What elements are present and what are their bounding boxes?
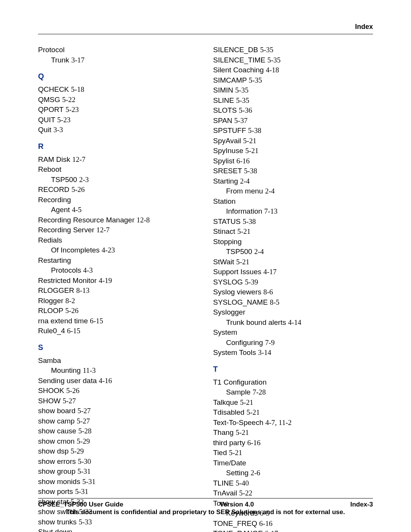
index-entry: Reboot [38,165,198,175]
index-pageref: 5-28 [78,427,92,435]
index-pageref: 6-16 [247,439,261,447]
index-pageref: 4-7, 11-2 [265,419,292,427]
index-term: StWait [213,258,236,266]
index-subentry: Of Incompletes 4-23 [38,245,198,256]
index-entry: Text-To-Speech 4-7, 11-2 [213,418,373,428]
index-term: Information [226,207,264,215]
index-pageref: 4-18 [266,66,279,74]
index-subentry: Setting 2-6 [213,468,373,478]
index-pageref: 5-38 [244,167,257,175]
footer-left: CPSEE_TSP500 User Guide [38,501,123,508]
index-pageref: 5-35 [268,56,281,64]
index-term: show trunks [38,518,79,526]
index-pageref: 6-16 [236,157,250,165]
index-pageref: 8-5 [270,298,279,306]
index-term: Sending user data [38,377,99,385]
footer-note: This document is confidential and propri… [38,508,373,516]
index-term: Protocols [51,266,83,274]
header-section-label: Index [38,23,373,31]
index-pageref: 7-28 [253,388,266,396]
left-column: ProtocolTrunk 3-17QQCHECK 5-18QMSG 5-22Q… [38,45,198,532]
index-entry: QMSG 5-22 [38,95,198,105]
index-term: Restricted Monitor [38,276,99,284]
index-entry: show cmon 5-29 [38,436,198,447]
index-term: Setting [226,469,250,477]
index-entry: show dsp 5-29 [38,446,198,457]
index-term: Recording Resource Manager [38,216,137,224]
index-pageref: 5-35 [249,76,262,84]
index-pageref: 5-35 [235,86,249,94]
index-pageref: 5-21 [237,227,250,235]
index-entry: SPSTUFF 5-38 [213,126,373,136]
index-entry: System [213,328,373,338]
index-pageref: 5-21 [247,408,260,416]
index-term: Of Incompletes [51,246,102,254]
index-term: show errors [38,457,78,465]
index-pageref: 4-5 [72,206,81,214]
index-term: Tdisabled [213,408,247,416]
index-term: SILENCE_DB [213,46,260,54]
right-column: SILENCE_DB 5-35SILENCE_TIME 5-35Silent C… [213,45,373,532]
index-term: From menu [226,187,265,195]
index-term: SILENCE_TIME [213,56,268,64]
index-entry: SHOOK 5-26 [38,386,198,396]
index-subentry: TSP500 2-4 [213,247,373,257]
index-pageref: 5-21 [236,258,250,266]
index-entry: RAM Disk 12-7 [38,155,198,165]
index-entry: Recording Server 12-7 [38,225,198,235]
index-term: SpyInuse [213,147,245,155]
index-entry: Support Issues 4-17 [213,267,373,277]
index-term: Redials [38,236,62,244]
index-term: Sample [226,388,253,396]
index-term: TONE_RANGE [213,529,265,532]
index-pageref: 6-16 [259,519,272,527]
index-entry: Sending user data 4-16 [38,376,198,386]
index-entry: Restricted Monitor 4-19 [38,276,198,286]
index-pageref: 5-35 [260,46,274,54]
index-term: TLINE [213,479,236,487]
index-entry: show ports 5-31 [38,487,198,497]
index-pageref: 5-27 [62,397,76,405]
index-pageref: 12-8 [137,216,150,224]
index-pageref: 5-26 [65,307,78,315]
index-entry: show cause 5-28 [38,426,198,436]
index-term: Protocol [38,46,65,54]
index-term: TnAvail [213,489,239,497]
index-term: Recording [38,196,71,204]
index-pageref: 5-36 [239,106,252,114]
index-entry: Syslog viewers 8-6 [213,287,373,297]
index-pageref: 3-14 [258,348,271,356]
index-entry: QCHECK 5-18 [38,85,198,95]
index-term: Samba [38,356,61,364]
index-term: SHOOK [38,387,66,395]
index-pageref: 5-39 [245,278,258,286]
index-term: T1 Configuration [213,378,266,386]
index-pageref: 5-38 [248,126,261,134]
index-pageref: 4-19 [99,276,112,284]
index-pageref: 8-6 [263,288,273,296]
index-term: SPAN [213,117,234,125]
index-subentry: Trunk 3-17 [38,55,198,66]
index-entry: SHOW 5-27 [38,396,198,406]
index-term: TSP500 [51,176,79,184]
index-entry: Starting 2-4 [213,176,373,187]
index-entry: T1 Configuration [213,377,373,388]
index-subentry: From menu 2-4 [213,186,373,197]
index-pageref: 5-22 [239,489,252,497]
index-pageref: 5-23 [65,105,79,113]
index-entry: Tdisabled 5-21 [213,407,373,418]
index-term: SpyAvail [213,137,243,145]
index-entry: Stinact 5-21 [213,227,373,237]
index-term: QCHECK [38,85,71,93]
index-pageref: 5-23 [57,116,70,124]
section-letter: R [38,142,198,151]
index-entry: Tied 5-21 [213,448,373,458]
index-entry: Protocol [38,45,198,55]
index-term: Agent [51,206,72,214]
footer-rule [38,498,373,498]
index-pageref: 3-17 [71,56,84,64]
index-term: Mounting [51,366,83,374]
index-entry: show trunks 5-33 [38,517,198,527]
index-entry: rna extend time 6-15 [38,316,198,326]
index-subentry: Sample 7-28 [213,387,373,398]
